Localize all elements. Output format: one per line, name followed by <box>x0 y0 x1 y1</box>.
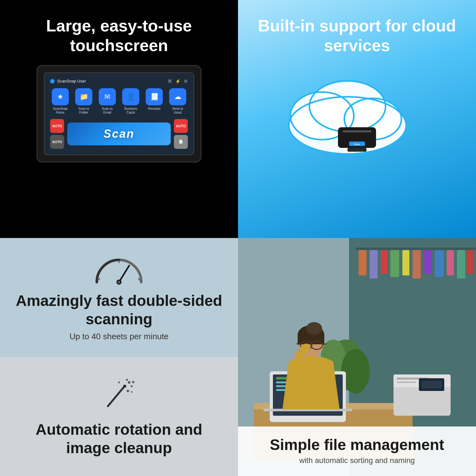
app-label-email: Scan to Email <box>99 107 116 115</box>
app-receipts[interactable]: 🧾 Receipts <box>146 88 163 115</box>
cell-fast-scanning: Amazingly fast double-sided scanning Up … <box>0 238 238 357</box>
fast-scanning-title: Amazingly fast double-sided scanning <box>13 292 225 328</box>
scanner-device: ScanSnap User ⌘ ⚡ ⚙ ★ ScanSnap Home 📁 <box>36 65 202 162</box>
magic-wand-icon <box>100 376 138 414</box>
scanner-mini-svg: Scan <box>336 121 378 153</box>
svg-rect-12 <box>347 148 367 152</box>
svg-rect-34 <box>370 250 378 279</box>
touchscreen-title: Large, easy-to-use touchscreen <box>13 16 225 56</box>
app-label-receipts: Receipts <box>148 107 161 111</box>
svg-point-28 <box>118 381 120 383</box>
app-business-cards[interactable]: 👤 Business Cards <box>122 88 139 115</box>
scan-to-email-icon: ✉ <box>99 88 116 105</box>
svg-rect-61 <box>421 381 442 388</box>
app-label-home: ScanSnap Home <box>52 107 69 115</box>
speedometer-icon <box>94 254 144 285</box>
cell-cloud: Built-in support for cloud services <box>238 0 476 238</box>
scan-button[interactable]: Scan <box>67 122 171 145</box>
svg-point-65 <box>306 322 322 335</box>
auto-button-left-1[interactable]: AUTO <box>50 119 64 133</box>
scansnap-home-icon: ★ <box>52 88 69 105</box>
auto-rotation-title: Automatic rotation and image cleanup <box>13 420 225 457</box>
scan-to-folder-icon: 📁 <box>75 88 92 105</box>
svg-point-21 <box>128 381 130 384</box>
svg-rect-43 <box>466 250 474 274</box>
svg-line-19 <box>108 387 124 406</box>
file-management-caption: Simple file management with automatic so… <box>238 426 476 476</box>
settings-icon[interactable]: ⚙ <box>184 79 188 84</box>
svg-text:Scan: Scan <box>354 143 360 146</box>
cell-touchscreen: Large, easy-to-use touchscreen ScanSnap … <box>0 0 238 238</box>
app-label-cloud: Send to cloud <box>169 107 186 115</box>
svg-point-29 <box>131 391 133 393</box>
screen-user: ScanSnap User <box>50 79 86 83</box>
svg-point-22 <box>131 385 133 387</box>
svg-rect-59 <box>397 381 416 383</box>
screen-icons-right: ⌘ ⚡ ⚙ <box>168 79 188 84</box>
screen-user-label: ScanSnap User <box>57 79 86 83</box>
cell-file-management: Simple file management with automatic so… <box>238 238 476 476</box>
app-scan-to-folder[interactable]: 📁 Scan to Folder <box>75 88 92 115</box>
app-grid: ★ ScanSnap Home 📁 Scan to Folder ✉ Scan … <box>50 88 188 115</box>
app-scansnap-home[interactable]: ★ ScanSnap Home <box>52 88 69 115</box>
app-label-folder: Scan to Folder <box>75 107 92 115</box>
cloud-title: Built-in support for cloud services <box>251 16 463 56</box>
scan-row: AUTO AUTO Scan AUTO 📄 <box>50 119 188 149</box>
auto-button-left-2[interactable]: AUTO <box>50 135 64 149</box>
app-label-business-cards: Business Cards <box>122 107 139 115</box>
business-cards-icon: 👤 <box>122 88 139 105</box>
app-scan-to-email[interactable]: ✉ Scan to Email <box>99 88 116 115</box>
scanner-mini-container: Scan <box>336 121 378 154</box>
svg-rect-42 <box>457 250 465 279</box>
fast-scanning-subtitle: Up to 40 sheets per minute <box>69 332 169 341</box>
svg-rect-9 <box>343 130 371 132</box>
cloud-scene: Scan <box>284 68 430 157</box>
side-buttons-left: AUTO AUTO <box>50 119 64 149</box>
scanner-screen[interactable]: ScanSnap User ⌘ ⚡ ⚙ ★ ScanSnap Home 📁 <box>44 72 194 155</box>
usb-icon: ⚡ <box>175 79 181 84</box>
svg-rect-33 <box>359 250 367 275</box>
svg-rect-38 <box>413 250 421 279</box>
screen-header: ScanSnap User ⌘ ⚡ ⚙ <box>50 79 188 84</box>
svg-rect-36 <box>390 250 399 277</box>
svg-rect-41 <box>447 250 454 275</box>
svg-rect-40 <box>435 250 444 277</box>
svg-point-20 <box>123 385 126 388</box>
svg-point-15 <box>118 281 120 283</box>
svg-rect-35 <box>381 250 387 274</box>
svg-point-23 <box>126 379 128 381</box>
app-send-to-cloud[interactable]: ☁ Send to cloud <box>169 88 186 115</box>
file-management-subtitle: with automatic sorting and naming <box>251 456 463 465</box>
page-button-right[interactable]: 📄 <box>174 135 188 149</box>
cell-bottom-left: Amazingly fast double-sided scanning Up … <box>0 238 238 476</box>
svg-line-13 <box>119 266 129 282</box>
receipts-icon: 🧾 <box>146 88 163 105</box>
svg-rect-37 <box>402 250 409 275</box>
svg-rect-39 <box>424 250 432 274</box>
main-grid: Large, easy-to-use touchscreen ScanSnap … <box>0 0 476 476</box>
cell-auto-rotation: Automatic rotation and image cleanup <box>0 357 238 476</box>
svg-rect-32 <box>355 248 476 250</box>
wifi-icon: ⌘ <box>168 79 172 84</box>
side-buttons-right: AUTO 📄 <box>174 119 188 149</box>
user-dot-icon <box>50 79 55 83</box>
auto-button-right-1[interactable]: AUTO <box>174 119 188 133</box>
file-management-title: Simple file management <box>251 436 463 453</box>
send-to-cloud-icon: ☁ <box>169 88 186 105</box>
